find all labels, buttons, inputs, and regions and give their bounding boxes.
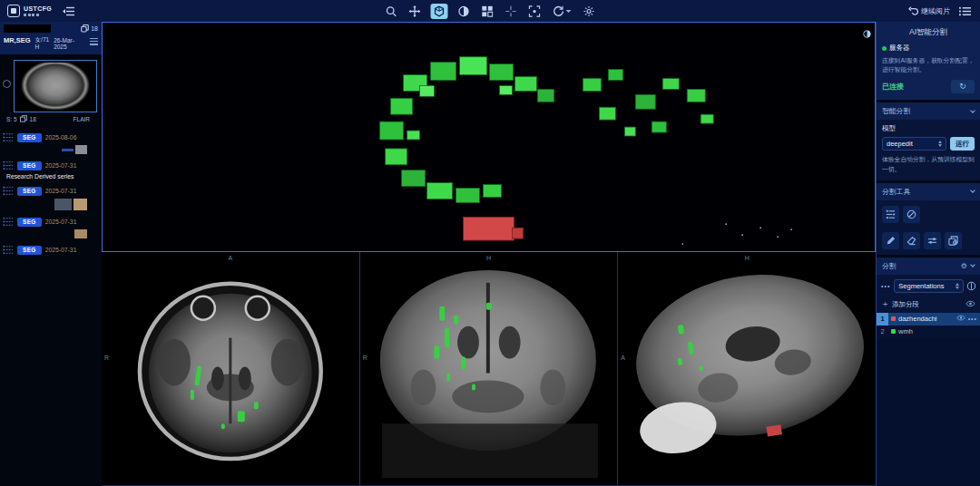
model-select[interactable]: deepedit: [882, 137, 946, 151]
modality-badge: SEG: [17, 246, 42, 255]
plus-icon: ＋: [881, 300, 889, 308]
duplicate-tool-icon[interactable]: [945, 232, 962, 249]
3d-segmentation-render: [103, 23, 875, 251]
viewer-app: USTCFG: [0, 0, 980, 486]
tracking-icon: [3, 186, 14, 196]
segmentation-select[interactable]: Segmentations: [894, 279, 964, 293]
ai-segmentation-panel: AI智能分割 服务器 连接到AI服务器，获取分割配置，进行智能分割。 已连接 ↻…: [876, 22, 980, 486]
server-description: 连接到AI服务器，获取分割配置，进行智能分割。: [882, 56, 975, 74]
zoom-icon[interactable]: [384, 4, 399, 19]
segmentation-settings-icon[interactable]: ⚙: [961, 262, 967, 270]
list-item[interactable]: SEG 2025-07-31 Research Derived series: [0, 160, 102, 180]
study-date: 26-Mar-2025: [54, 37, 85, 50]
rotate-3d-icon[interactable]: [431, 4, 448, 19]
undo-icon: [908, 6, 918, 15]
viewport-axial[interactable]: A R: [102, 252, 360, 485]
patient-sex-age: 女/71: [35, 36, 50, 44]
orientation-marker: A: [621, 355, 625, 361]
run-button[interactable]: 运行: [950, 137, 975, 151]
orientation-marker: R: [104, 355, 109, 361]
top-toolbar: USTCFG: [0, 0, 980, 22]
layout-icon[interactable]: [480, 4, 495, 19]
section-header-seg-tools[interactable]: 分割工具: [877, 183, 980, 200]
study-card[interactable]: 18 MR,SEG 女/71 H 26-Mar-2025: [0, 22, 102, 54]
refresh-icon: ↻: [959, 82, 966, 91]
tracking-icon: [3, 160, 14, 170]
segment-more-icon[interactable]: •••: [967, 316, 978, 322]
settings-icon[interactable]: [582, 4, 597, 19]
primary-toolbar: [384, 0, 597, 22]
tracking-icon: [3, 132, 14, 142]
series-list-icon[interactable]: [957, 5, 973, 18]
segment-index: 2: [877, 326, 888, 338]
section-header-smart-seg[interactable]: 智能分割: [877, 102, 980, 120]
thumbnail-brain-image: [16, 63, 94, 110]
chevron-down-icon: [970, 188, 975, 193]
window-level-icon[interactable]: [456, 4, 472, 19]
viewport-coronal[interactable]: H R: [360, 252, 619, 485]
orientation-marker: R: [363, 355, 368, 361]
modality-badge: SEG: [17, 218, 42, 227]
shape-draw-tool-icon[interactable]: [903, 206, 920, 223]
adjust-tool-icon[interactable]: [924, 232, 941, 249]
smart-seg-body: 模型 deepedit 运行 体验全自动分割，从预训练模型到一切。: [877, 120, 980, 180]
resume-reading-button[interactable]: 继续阅片: [908, 6, 950, 16]
section-header-segmentation[interactable]: 分割 ⚙: [877, 258, 980, 275]
segmentation-visibility-icon[interactable]: [966, 278, 976, 295]
segment-name: dazhendachi: [898, 315, 937, 323]
viewport-sagittal[interactable]: H A: [618, 252, 876, 485]
viewport-settings-icon[interactable]: [863, 25, 871, 42]
segment-row[interactable]: 1 dazhendachi •••: [877, 313, 980, 326]
patient-name-redacted: [4, 24, 51, 33]
chevron-down-icon: [970, 262, 975, 267]
rotate-dropdown-caret: [566, 10, 572, 13]
segmentation-select-value: Segmentations: [898, 282, 944, 290]
segment-row[interactable]: 2 wmh: [877, 326, 980, 338]
capture-icon[interactable]: [527, 4, 543, 19]
pan-icon[interactable]: [407, 4, 423, 19]
series-select-radio[interactable]: [3, 80, 11, 88]
study-menu-icon[interactable]: [90, 36, 98, 45]
series-date: 2025-07-31: [45, 188, 77, 194]
series-date: 2025-08-06: [45, 134, 77, 141]
resume-reading-label: 继续阅片: [921, 6, 950, 16]
section-title: 分割工具: [882, 187, 910, 197]
chevron-down-icon: [970, 108, 975, 113]
tracking-icon: [3, 245, 14, 255]
segmentation-more-button[interactable]: •••: [880, 283, 891, 289]
rotate-icon[interactable]: [551, 4, 573, 19]
series-list: SEG 2025-08-06 SEG 2025-07-31 Research D…: [0, 131, 102, 256]
series-preview-thumb: [0, 199, 87, 210]
patient-orientation: H: [35, 44, 50, 51]
series-thumbnail-flair[interactable]: [14, 60, 97, 112]
app-logo[interactable]: USTCFG: [7, 5, 52, 17]
segmentation-tools: [877, 200, 980, 255]
list-item[interactable]: SEG 2025-07-31: [0, 185, 102, 210]
threshold-tool-icon[interactable]: [882, 206, 899, 223]
refresh-server-button[interactable]: ↻: [951, 80, 975, 93]
eraser-tool-icon[interactable]: [903, 232, 920, 249]
section-title: 分割: [882, 261, 897, 271]
segment-name: wmh: [898, 327, 913, 335]
list-item[interactable]: SEG 2025-08-06: [0, 131, 102, 154]
segment-color-dot: [891, 329, 896, 334]
list-item[interactable]: SEG 2025-07-31: [0, 216, 102, 238]
connection-status: 已连接: [882, 82, 904, 92]
toggle-all-eye-icon[interactable]: [965, 300, 975, 309]
add-segment-button[interactable]: ＋ 添加分段: [877, 296, 980, 313]
series-description: FLAIR: [74, 116, 90, 122]
left-panel-toggle-icon[interactable]: [61, 5, 76, 18]
brush-tool-icon[interactable]: [882, 232, 899, 249]
modality-badge: SEG: [17, 161, 42, 170]
series-date: 2025-07-31: [45, 162, 77, 169]
list-item[interactable]: SEG 2025-07-31: [0, 244, 102, 256]
modality-badge: SEG: [17, 133, 42, 142]
series-date: 2025-07-31: [45, 219, 77, 225]
segment-eye-icon[interactable]: [956, 315, 965, 323]
crosshairs-icon[interactable]: [504, 4, 519, 19]
series-image-count: 18: [30, 116, 36, 122]
panel-title: AI智能分割: [877, 22, 980, 42]
orientation-marker: A: [228, 255, 232, 261]
viewport-3d[interactable]: [102, 22, 876, 252]
coronal-brain-image: [360, 252, 618, 485]
